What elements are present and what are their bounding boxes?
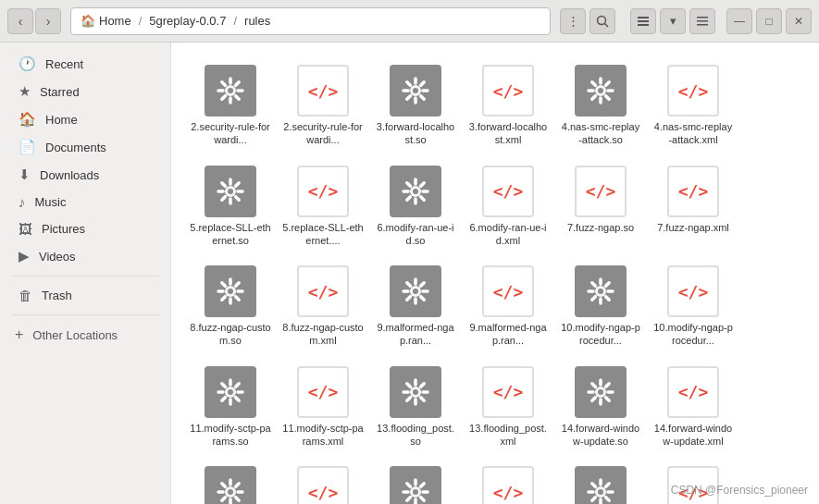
file-item[interactable]: 5.replace-SLL-ethernet.so [186,158,275,255]
file-item[interactable]: 13.flooding_post.so [371,359,460,456]
breadcrumb-sep-1: / [139,14,143,28]
file-item[interactable]: 3.forward-localhost.so [371,57,460,154]
breadcrumb-dir1: 5greplay-0.0.7 [149,14,226,28]
sidebar-item-music[interactable]: ♪ Music [4,189,167,215]
file-item[interactable]: 10.modify-ngap-procedur... [556,258,645,355]
close-button[interactable]: ✕ [786,8,812,34]
file-item[interactable]: 15.fuzzing_payload.so [186,459,275,504]
file-item[interactable]: </> 9.malformed-ngap.ran... [464,258,552,355]
svg-line-107 [421,384,425,387]
file-icon: </> [482,166,534,217]
svg-line-85 [592,283,596,287]
file-item[interactable]: </> 16.settings_attack.xml [464,459,552,504]
sidebar-label-pictures: Pictures [42,222,85,236]
file-item[interactable]: </> 14.forward-window-update.xml [649,359,738,456]
file-item[interactable]: 17. [556,459,645,504]
xml-tag: </> [493,81,524,101]
minimize-button[interactable]: — [726,8,752,34]
file-item[interactable]: </> 13.flooding_post.xml [464,359,552,456]
file-item[interactable]: </> 7.fuzz-ngap.so [556,158,645,255]
file-item[interactable]: 16.settings_attack.so [371,459,460,504]
file-item[interactable]: </> 7.fuzz-ngap.xml [649,158,738,255]
file-item[interactable]: </> 4.nas-smc-replay-attack.xml [649,57,738,154]
file-item[interactable]: 14.forward-window-update.so [556,359,645,456]
svg-line-41 [236,196,240,200]
xml-tag: </> [308,282,339,301]
file-icon: </> [482,265,534,317]
file-icon: </> [667,265,719,317]
options-icon [696,15,709,28]
svg-point-39 [228,189,233,194]
maximize-button[interactable]: □ [756,8,782,34]
sidebar-label-music: Music [35,195,67,209]
svg-line-21 [421,96,425,100]
file-name: 11.modify-sctp-params.so [190,422,271,449]
file-item[interactable]: </> 6.modify-ran-ue-id.xml [464,158,552,255]
file-name: 8.fuzz-ngap-custom.xml [282,321,364,348]
sidebar-item-downloads[interactable]: ⬇ Downloads [4,161,167,189]
titlebar: ‹ › 🏠 Home / 5greplay-0.0.7 / rules ⋮ [0,0,819,43]
svg-line-11 [236,96,240,100]
svg-point-129 [413,489,418,495]
sidebar-item-pictures[interactable]: 🖼 Pictures [4,215,167,242]
file-item[interactable]: 11.modify-sctp-params.so [186,359,275,456]
svg-line-65 [222,283,226,287]
file-item[interactable]: </> 5.replace-SLL-ethernet.... [279,158,367,255]
file-icon: </> [482,466,534,504]
svg-line-123 [222,498,226,501]
sort-button[interactable]: ▾ [660,8,686,34]
svg-line-87 [606,283,610,287]
svg-point-49 [413,189,418,194]
svg-line-83 [592,297,596,301]
svg-line-43 [222,196,226,200]
breadcrumb-sep-2: / [233,14,237,28]
sidebar-item-trash[interactable]: 🗑 Trash [4,282,167,309]
file-item[interactable]: 6.modify-ran-ue-id.so [371,158,460,255]
file-item[interactable]: 8.fuzz-ngap-custom.so [186,258,275,355]
svg-line-55 [407,182,411,186]
svg-line-113 [592,397,596,400]
sidebar-item-other-locations[interactable]: + Other Locations [0,321,170,349]
file-name: 13.flooding_post.so [375,422,456,449]
svg-line-75 [407,283,411,287]
file-item[interactable]: 9.malformed-ngap.ran... [371,258,460,355]
file-item[interactable]: </> 3.forward-localhost.xml [464,57,552,154]
titlebar-actions: ⋮ [560,8,615,34]
svg-line-81 [606,297,610,301]
file-item[interactable]: </> 8.fuzz-ngap-custom.xml [279,258,367,355]
file-item[interactable]: </> 17. [649,459,738,504]
back-button[interactable]: ‹ [7,8,33,34]
list-view-button[interactable] [630,8,656,34]
file-item[interactable]: </> 2.security-rule-forwardi... [279,57,367,154]
file-icon: </> [667,65,719,117]
so-icon [390,65,441,117]
svg-line-141 [606,498,610,501]
svg-line-63 [222,297,226,301]
search-icon [596,15,609,28]
forward-button[interactable]: › [35,8,61,34]
xml-icon: </> [667,166,719,217]
breadcrumb-bar[interactable]: 🏠 Home / 5greplay-0.0.7 / rules [70,7,551,35]
sidebar-item-home[interactable]: 🏠 Home [4,105,167,133]
menu-button[interactable]: ⋮ [560,8,586,34]
xml-tag: </> [308,483,339,502]
xml-icon: </> [667,466,719,504]
sidebar-item-videos[interactable]: ▶ Videos [4,242,167,270]
sidebar-item-recent[interactable]: 🕐 Recent [4,50,167,78]
sidebar-label-videos: Videos [39,250,76,264]
xml-icon: </> [667,265,719,317]
xml-tag: </> [308,181,339,201]
sidebar-item-documents[interactable]: 📄 Documents [4,133,167,161]
gear-svg [398,375,433,410]
file-icon: </> [482,65,534,117]
file-item[interactable]: 2.security-rule-forwardi... [186,57,275,154]
file-item[interactable]: 4.nas-smc-replay-attack.so [556,57,645,154]
file-item[interactable]: </> 11.modify-sctp-params.xml [279,359,367,456]
xml-icon: </> [297,65,349,117]
file-item[interactable]: </> 15.fuzzing_payload.xml [279,459,367,504]
sidebar-item-starred[interactable]: ★ Starred [4,78,167,105]
search-button[interactable] [589,8,615,34]
file-icon [205,366,256,418]
options-button[interactable] [689,8,715,34]
file-item[interactable]: </> 10.modify-ngap-procedur... [649,258,738,355]
